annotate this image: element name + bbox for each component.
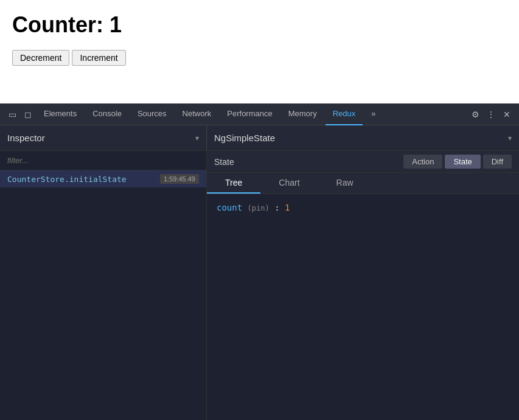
tab-network[interactable]: Network [175, 103, 219, 125]
filter-input[interactable] [0, 151, 206, 170]
ng-simple-state-section: NgSimpleState ▾ [207, 125, 519, 150]
right-panel: State Action State Diff Tree Chart Raw c [207, 151, 519, 420]
state-colon: : [274, 203, 285, 212]
state-section-label: State [214, 157, 401, 167]
list-item-name: CounterStore.initialState [7, 175, 127, 184]
state-button[interactable]: State [445, 155, 480, 169]
diff-button[interactable]: Diff [483, 155, 512, 169]
state-value: 1 [285, 203, 290, 212]
devtools-topbar: ▭ ◻ Elements Console Sources Network Per… [0, 103, 519, 125]
ng-simple-state-dropdown-icon[interactable]: ▾ [508, 134, 512, 142]
inspect-element-icon[interactable]: ▭ [5, 107, 19, 122]
action-list: CounterStore.initialState 1:59:45.49 [0, 170, 206, 420]
ng-simple-state-label: NgSimpleState [214, 133, 275, 143]
action-button[interactable]: Action [403, 155, 442, 169]
counter-title: Counter: 1 [12, 12, 507, 38]
tab-raw[interactable]: Raw [318, 173, 372, 194]
tab-performance[interactable]: Performance [220, 103, 279, 125]
btn-group: Decrement Increment [12, 50, 507, 66]
settings-icon[interactable]: ⚙ [468, 107, 482, 122]
inspector-dropdown-icon[interactable]: ▾ [195, 134, 199, 142]
tab-chart[interactable]: Chart [260, 173, 318, 194]
state-action-bar: State Action State Diff [207, 151, 519, 173]
tab-sources[interactable]: Sources [130, 103, 174, 125]
state-pin-label: (pin) [248, 204, 270, 212]
device-toolbar-icon[interactable]: ◻ [21, 107, 35, 122]
devtools-main: CounterStore.initialState 1:59:45.49 Sta… [0, 151, 519, 420]
left-panel: CounterStore.initialState 1:59:45.49 [0, 151, 207, 420]
page-content: Counter: 1 Decrement Increment [0, 0, 519, 103]
tab-elements[interactable]: Elements [37, 103, 84, 125]
devtools-panel: ▭ ◻ Elements Console Sources Network Per… [0, 103, 519, 420]
close-devtools-icon[interactable]: ✕ [500, 107, 514, 122]
inspector-section: Inspector ▾ [0, 125, 207, 150]
inspector-bar: Inspector ▾ NgSimpleState ▾ [0, 125, 519, 151]
increment-button[interactable]: Increment [72, 50, 125, 66]
view-tabs: Tree Chart Raw [207, 173, 519, 194]
more-options-icon[interactable]: ⋮ [484, 107, 498, 122]
decrement-button[interactable]: Decrement [12, 50, 69, 66]
list-item-time: 1:59:45.49 [160, 174, 199, 184]
state-content: count (pin) : 1 [207, 194, 519, 420]
list-item[interactable]: CounterStore.initialState 1:59:45.49 [0, 170, 206, 187]
state-key: count [217, 203, 242, 212]
tab-more[interactable]: » [364, 103, 383, 125]
tab-memory[interactable]: Memory [281, 103, 324, 125]
inspector-label: Inspector [7, 133, 45, 143]
tab-console[interactable]: Console [85, 103, 129, 125]
tab-tree[interactable]: Tree [207, 173, 260, 194]
tab-redux[interactable]: Redux [326, 103, 363, 125]
